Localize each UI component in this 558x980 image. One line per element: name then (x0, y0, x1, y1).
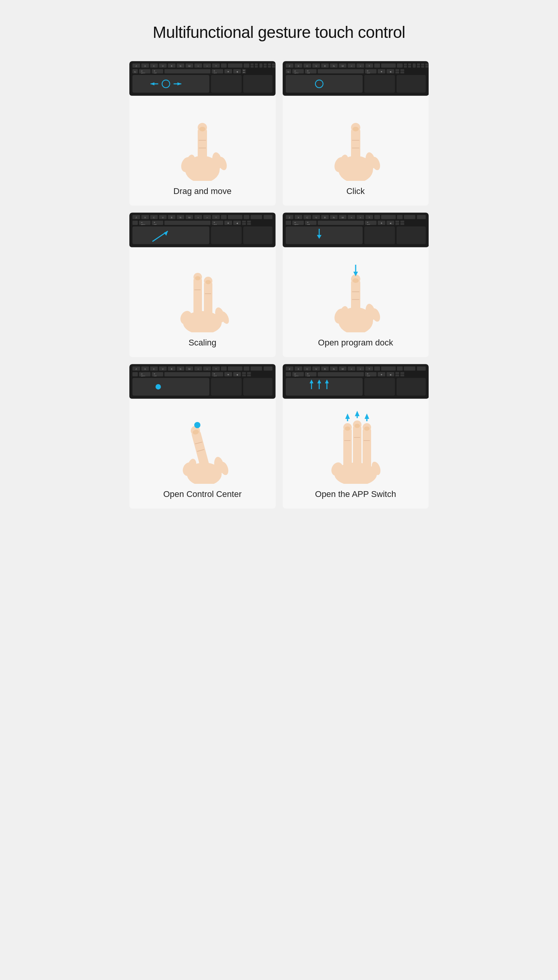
svg-text:cmd: cmd (214, 375, 217, 377)
svg-rect-251 (396, 226, 426, 244)
svg-text:M: M (188, 65, 190, 67)
svg-text:C: C (306, 65, 308, 67)
svg-text:✦: ✦ (227, 70, 229, 73)
svg-rect-56 (211, 75, 242, 93)
app-switch-hand-svg (313, 399, 398, 484)
svg-text:C: C (153, 65, 155, 67)
svg-rect-31 (268, 63, 271, 65)
svg-rect-351 (417, 366, 426, 371)
svg-rect-183 (242, 221, 246, 223)
svg-text:fn: fn (287, 71, 289, 73)
svg-text:>: > (206, 65, 208, 67)
svg-rect-290 (251, 366, 262, 371)
svg-text:N: N (333, 65, 334, 67)
gesture-cell-drag-move: Z X C V B N M < > ? (129, 61, 276, 206)
svg-text:◄: ◄ (389, 70, 392, 73)
svg-text:◄: ◄ (389, 373, 392, 376)
svg-rect-186 (247, 223, 251, 225)
svg-text:X: X (144, 65, 146, 67)
svg-text:X: X (144, 368, 146, 370)
svg-rect-194 (193, 276, 202, 317)
svg-rect-245 (395, 221, 399, 223)
keyboard-drag: Z X C V B N M < > ? (129, 61, 276, 96)
svg-point-325 (194, 422, 200, 428)
svg-text:V: V (315, 216, 317, 219)
svg-rect-196 (204, 280, 212, 319)
svg-text:B: B (324, 65, 326, 67)
svg-rect-104 (421, 63, 424, 65)
app-switch-illustration (283, 399, 429, 484)
dock-hand-svg (317, 247, 394, 332)
svg-text:B: B (324, 216, 326, 219)
control-hand-svg (164, 399, 241, 484)
svg-rect-24 (251, 63, 254, 65)
svg-text:V: V (162, 65, 164, 67)
svg-text:✦: ✦ (380, 70, 382, 73)
svg-text:X: X (297, 368, 299, 370)
svg-text:cmd: cmd (307, 375, 310, 377)
svg-rect-307 (242, 372, 246, 374)
gesture-cell-open-program-dock: Z X C V B N M < > ? (283, 213, 429, 357)
svg-rect-229 (417, 215, 426, 219)
svg-text:M: M (188, 216, 190, 219)
svg-rect-101 (412, 63, 416, 68)
svg-rect-308 (242, 374, 246, 376)
svg-text:Z: Z (289, 368, 290, 370)
svg-rect-292 (132, 372, 138, 376)
svg-rect-367 (395, 372, 399, 374)
keyboard-control: Z X C V B N M < > ? (129, 364, 276, 399)
svg-rect-370 (400, 374, 404, 376)
drag-move-illustration (129, 96, 276, 181)
svg-text:<: < (198, 216, 199, 219)
svg-rect-128 (285, 75, 362, 93)
svg-text:cmd: cmd (154, 72, 157, 74)
svg-rect-94 (374, 63, 380, 68)
svg-text:cmd: cmd (154, 223, 157, 225)
svg-text:X: X (144, 216, 146, 219)
svg-rect-125 (395, 71, 399, 73)
svg-rect-310 (247, 374, 251, 376)
svg-rect-373 (396, 378, 426, 396)
scaling-hand-svg (164, 247, 241, 332)
svg-text:M: M (341, 368, 343, 370)
svg-rect-250 (364, 226, 395, 244)
svg-rect-247 (400, 221, 404, 223)
svg-text:cmd: cmd (367, 223, 370, 225)
svg-rect-105 (421, 66, 424, 68)
svg-point-201 (205, 280, 211, 284)
svg-text:▼: ▼ (243, 71, 245, 73)
svg-rect-166 (251, 215, 262, 219)
click-hand-svg (317, 96, 394, 181)
drag-hand-svg (164, 96, 241, 181)
svg-text:option: option (294, 375, 298, 377)
svg-text:V: V (315, 368, 317, 370)
svg-rect-185 (247, 221, 251, 223)
svg-text:Z: Z (289, 65, 290, 67)
svg-rect-309 (247, 372, 251, 374)
svg-rect-106 (425, 63, 428, 65)
svg-rect-126 (400, 69, 404, 71)
svg-rect-95 (381, 63, 395, 68)
svg-text:X: X (297, 216, 299, 219)
svg-text:>: > (206, 216, 208, 219)
svg-rect-22 (228, 63, 243, 68)
svg-rect-28 (259, 63, 263, 68)
svg-rect-291 (264, 366, 273, 371)
svg-text:>: > (360, 65, 361, 67)
svg-rect-187 (132, 226, 209, 244)
svg-text:N: N (333, 368, 334, 370)
svg-text:option: option (141, 223, 145, 225)
keyboard-app-switch: Z X C V B N M < > ? (283, 364, 429, 399)
svg-point-389 (345, 427, 350, 431)
svg-text:B: B (324, 368, 326, 370)
svg-rect-130 (396, 75, 426, 93)
svg-text:C: C (153, 368, 155, 370)
svg-rect-97 (404, 63, 407, 65)
scaling-label: Scaling (188, 338, 216, 348)
svg-text:Z: Z (289, 216, 290, 219)
svg-text:cmd: cmd (154, 375, 157, 377)
svg-point-261 (353, 278, 359, 283)
svg-text:cmd: cmd (367, 72, 370, 74)
gesture-grid: Z X C V B N M < > ? (129, 61, 429, 509)
svg-rect-237 (317, 221, 364, 225)
